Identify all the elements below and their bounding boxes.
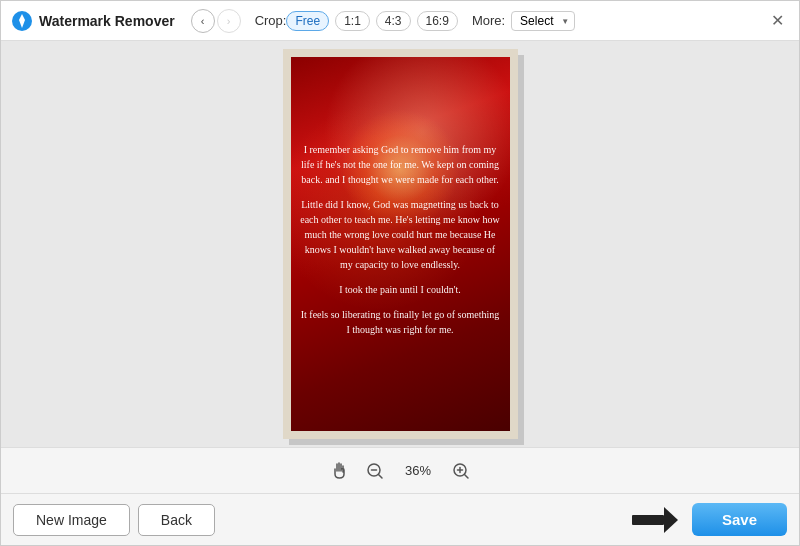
image-paragraph-3: I took the pain until I couldn't. bbox=[299, 282, 502, 297]
crop-section: Free 1:1 4:3 16:9 bbox=[286, 11, 457, 31]
forward-nav-button[interactable]: › bbox=[217, 9, 241, 33]
image-text: I remember asking God to remove him from… bbox=[291, 134, 510, 355]
image-frame: I remember asking God to remove him from… bbox=[283, 49, 518, 439]
crop-label: Crop: bbox=[255, 13, 287, 28]
back-button[interactable]: Back bbox=[138, 504, 215, 536]
crop-4-3-button[interactable]: 4:3 bbox=[376, 11, 411, 31]
more-select-wrapper: Select bbox=[511, 11, 575, 31]
save-button[interactable]: Save bbox=[692, 503, 787, 536]
footer-left: New Image Back bbox=[13, 504, 215, 536]
canvas-area: I remember asking God to remove him from… bbox=[1, 41, 799, 447]
footer: New Image Back Save bbox=[1, 493, 799, 545]
title-bar: Watermark Remover ‹ › Crop: Free 1:1 4:3… bbox=[1, 1, 799, 41]
image-paragraph-4: It feels so liberating to finally let go… bbox=[299, 307, 502, 337]
zoom-level: 36% bbox=[400, 463, 436, 478]
more-section: More: Select bbox=[472, 11, 575, 31]
svg-line-5 bbox=[379, 474, 383, 478]
back-nav-button[interactable]: ‹ bbox=[191, 9, 215, 33]
footer-right: Save bbox=[630, 502, 787, 538]
zoom-out-button[interactable] bbox=[364, 460, 386, 482]
save-arrow bbox=[630, 502, 680, 538]
nav-buttons: ‹ › bbox=[191, 9, 241, 33]
svg-rect-10 bbox=[632, 515, 664, 525]
close-icon: ✕ bbox=[771, 11, 784, 30]
svg-line-9 bbox=[465, 474, 469, 478]
svg-marker-11 bbox=[664, 507, 678, 533]
image-container: I remember asking God to remove him from… bbox=[283, 49, 518, 439]
arrow-icon bbox=[630, 502, 680, 538]
crop-16-9-button[interactable]: 16:9 bbox=[417, 11, 458, 31]
image-paragraph-2: Little did I know, God was magnetting us… bbox=[299, 197, 502, 272]
image-inner: I remember asking God to remove him from… bbox=[291, 57, 510, 431]
app-icon bbox=[11, 10, 33, 32]
svg-point-2 bbox=[20, 19, 24, 23]
image-paragraph-1: I remember asking God to remove him from… bbox=[299, 142, 502, 187]
crop-1-1-button[interactable]: 1:1 bbox=[335, 11, 370, 31]
more-select[interactable]: Select bbox=[511, 11, 575, 31]
close-button[interactable]: ✕ bbox=[765, 9, 789, 33]
bottom-toolbar: 36% bbox=[1, 447, 799, 493]
zoom-in-button[interactable] bbox=[450, 460, 472, 482]
app-title: Watermark Remover bbox=[39, 13, 175, 29]
crop-free-button[interactable]: Free bbox=[286, 11, 329, 31]
new-image-button[interactable]: New Image bbox=[13, 504, 130, 536]
hand-tool-button[interactable] bbox=[328, 460, 350, 482]
more-label: More: bbox=[472, 13, 505, 28]
